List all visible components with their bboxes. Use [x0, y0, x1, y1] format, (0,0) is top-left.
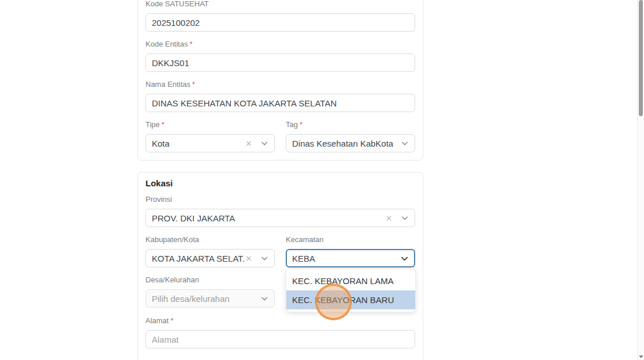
kabupaten-kota-select[interactable]: KOTA JAKARTA SELAT... [145, 249, 275, 267]
entity-details-card: Kode SATUSEHAT Kode Entitas* Nama Entita… [137, 0, 423, 160]
provinsi-label: Provinsi [145, 196, 415, 204]
chevron-down-icon[interactable] [401, 214, 409, 222]
kode-satusehat-label: Kode SATUSEHAT [145, 0, 415, 8]
tag-select[interactable]: Dinas Kesehatan KabKota [286, 134, 415, 152]
clear-icon[interactable] [245, 140, 252, 147]
tipe-select[interactable]: Kota [145, 134, 275, 152]
triangle-down-icon[interactable] [639, 355, 643, 358]
vertical-scrollbar[interactable] [637, 0, 644, 360]
tipe-select-value: Kota [152, 139, 245, 148]
required-marker: * [192, 80, 195, 89]
kode-entitas-label: Kode Entitas* [145, 40, 415, 48]
kecamatan-label: Kecamatan [286, 236, 415, 244]
chevron-down-icon [260, 294, 269, 302]
desa-kelurahan-select: Pilih desa/kelurahan [145, 289, 275, 308]
kode-entitas-input[interactable] [145, 53, 415, 72]
desa-kelurahan-placeholder: Pilih desa/kelurahan [152, 294, 260, 304]
kabupaten-kota-label: Kabupaten/Kota [145, 236, 275, 244]
provinsi-select[interactable]: PROV. DKI JAKARTA [145, 209, 415, 227]
lokasi-card: Lokasi Provinsi PROV. DKI JAKARTA Kabupa… [137, 172, 423, 360]
kecamatan-combobox[interactable] [286, 249, 415, 267]
kecamatan-search-input[interactable] [292, 254, 400, 263]
chevron-down-icon[interactable] [401, 139, 409, 147]
required-marker: * [170, 316, 173, 325]
chevron-down-icon[interactable] [400, 254, 409, 263]
scrollbar-thumb[interactable] [639, 0, 643, 116]
click-highlight-ring [315, 284, 352, 320]
chevron-down-icon[interactable] [260, 254, 269, 262]
tag-select-value: Dinas Kesehatan KabKota [292, 139, 401, 148]
lokasi-section-title: Lokasi [145, 178, 415, 188]
required-marker: * [190, 40, 193, 48]
nama-entitas-label: Nama Entitas* [145, 81, 415, 89]
clear-icon[interactable] [245, 255, 252, 262]
chevron-down-icon[interactable] [260, 139, 269, 147]
kabupaten-kota-select-value: KOTA JAKARTA SELAT... [152, 254, 245, 263]
provinsi-select-value: PROV. DKI JAKARTA [152, 213, 385, 223]
kecamatan-option-kebayoran-lama[interactable]: KEC. KEBAYORAN LAMA [286, 271, 415, 290]
nama-entitas-input[interactable] [145, 94, 415, 112]
required-marker: * [300, 120, 302, 129]
alamat-label: Alamat* [145, 317, 415, 325]
clear-icon[interactable] [385, 215, 393, 222]
alamat-input[interactable] [145, 330, 415, 348]
required-marker: * [162, 120, 164, 129]
kode-satusehat-input[interactable] [145, 13, 415, 32]
tipe-label: Tipe* [145, 121, 275, 129]
tag-label: Tag* [286, 121, 415, 129]
